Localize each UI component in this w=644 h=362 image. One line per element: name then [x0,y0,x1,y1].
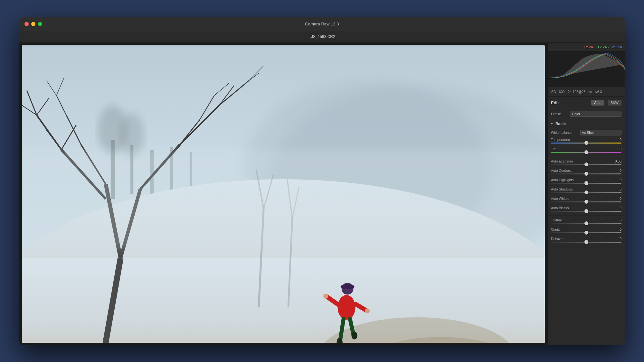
traffic-lights [24,22,42,26]
mac-window: Camera Raw 13.3 _JS_1593.CR2 [19,17,625,345]
filename-bar: _JS_1593.CR2 [19,31,625,43]
exposure-thumb[interactable] [584,162,588,166]
g-value: G: 245 [598,45,609,49]
exposure-label: Auto Exposure [551,159,573,163]
wb-select[interactable]: As Shot Auto Daylight Cloudy Custom [580,130,621,135]
exposure-value: 0.00 [610,159,621,163]
dehaze-slider-row: Dehaze 0 [548,236,625,245]
iso-text: ISO 1600 [550,90,564,94]
photo-scene [22,45,545,343]
temperature-value: 0 [610,138,621,142]
tint-thumb[interactable] [584,150,588,154]
histogram-area [548,52,625,87]
clarity-thumb[interactable] [584,231,588,235]
highlights-thumb[interactable] [584,181,588,185]
wb-label: White balance [551,131,578,135]
contrast-label: Auto Contrast [551,169,572,172]
blacks-slider-row: Auto Blacks 0 [548,205,625,214]
histogram-canvas [548,52,625,78]
histogram-top-bar: R: 241 G: 245 B: 250 [548,43,625,52]
photo-container [22,45,545,343]
svg-point-53 [365,308,370,313]
minimize-button[interactable] [31,22,35,26]
lens-text: 24-105@28 mm [568,90,592,94]
photo-area [19,43,547,345]
tint-slider-row: Tint 0 [548,146,625,155]
svg-point-49 [341,284,355,289]
tint-label: Tint [551,147,556,151]
dehaze-thumb[interactable] [584,240,588,244]
clarity-slider-row: Clarity 0 [548,227,625,236]
camera-info-bar: ISO 1600 24-105@28 mm f/6.3 [548,87,625,97]
blacks-track[interactable] [551,211,621,212]
dehaze-value: 0 [610,237,621,241]
svg-point-52 [323,293,328,298]
texture-value: 0 [610,218,621,222]
highlights-label: Auto Highlights [551,178,574,182]
white-balance-row: White balance As Shot Auto Daylight Clou… [548,128,625,137]
highlights-slider-row: Auto Highlights 0 [548,177,625,186]
profile-label: Profile [551,112,568,116]
basic-collapse-icon[interactable]: ▼ [550,122,554,125]
svg-point-57 [351,331,357,339]
highlights-track[interactable] [551,183,621,184]
texture-label: Texture [551,218,562,222]
tint-value: 0 [610,147,621,151]
texture-thumb[interactable] [584,221,588,225]
dehaze-label: Dehaze [551,237,563,241]
highlights-value: 0 [610,178,621,182]
svg-point-47 [338,295,355,320]
svg-rect-44 [22,150,545,248]
contrast-value: 0 [610,169,621,172]
profile-select[interactable]: Color [570,111,621,117]
clarity-value: 0 [610,227,621,231]
whites-track[interactable] [551,201,621,202]
basic-section-header[interactable]: ▼ Basic [548,119,625,128]
basic-section: ▼ Basic White balance As Shot Auto Dayli… [548,119,625,245]
aperture-text: f/6.3 [595,90,602,94]
profile-row: Profile Color [548,109,625,119]
texture-slider-row: Texture 0 [548,217,625,227]
shadows-value: 0 [610,187,621,191]
basic-section-title: Basic [555,122,566,126]
maximize-button[interactable] [38,22,42,26]
temperature-track[interactable] [551,143,621,144]
contrast-slider-row: Auto Contrast 0 [548,168,625,177]
filename-text: _JS_1593.CR2 [309,34,335,39]
exposure-track[interactable] [551,164,621,165]
main-content: R: 241 G: 245 B: 250 [19,43,625,345]
contrast-thumb[interactable] [584,172,588,176]
shadows-track[interactable] [551,192,621,193]
edit-header: Edit Auto B&W [548,97,625,109]
shadows-thumb[interactable] [584,190,588,194]
shadows-slider-row: Auto Shadows 0 [548,186,625,196]
texture-track[interactable] [551,223,621,224]
blacks-thumb[interactable] [584,209,588,213]
close-button[interactable] [24,22,29,26]
dehaze-track[interactable] [551,242,621,243]
whites-thumb[interactable] [584,200,588,204]
auto-button[interactable]: Auto [591,100,604,106]
exposure-slider-row: Auto Exposure 0.00 [548,158,625,168]
whites-slider-row: Auto Whites 0 [548,196,625,205]
window-title: Camera Raw 13.3 [305,22,339,26]
shadows-label: Auto Shadows [551,187,573,191]
blacks-value: 0 [610,206,621,210]
temperature-label: Temperature [551,138,570,142]
r-value: R: 241 [584,45,595,49]
title-bar: Camera Raw 13.3 [19,17,625,31]
b-value: B: 250 [612,45,622,49]
temperature-slider-row: Temperature 0 [548,137,625,146]
edit-panel[interactable]: Edit Auto B&W Profile Color ▼ [548,97,625,345]
clarity-label: Clarity [551,227,561,231]
clarity-track[interactable] [551,232,621,233]
whites-label: Auto Whites [551,197,569,200]
tint-track[interactable] [551,152,621,153]
bw-button[interactable]: B&W [608,100,621,106]
right-panel: R: 241 G: 245 B: 250 [547,43,625,345]
temperature-thumb[interactable] [584,141,588,145]
contrast-track[interactable] [551,173,621,174]
blacks-label: Auto Blacks [551,206,569,210]
rgb-values: R: 241 G: 245 B: 250 [584,45,622,49]
whites-value: 0 [610,197,621,200]
